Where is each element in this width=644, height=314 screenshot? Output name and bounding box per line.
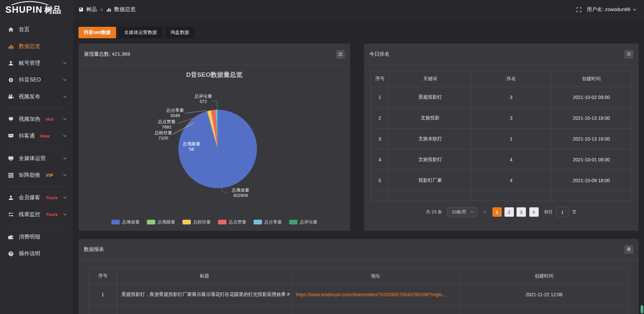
table-view-button[interactable]: 表: [625, 245, 633, 254]
question-icon: [8, 251, 14, 257]
legend-swatch: [289, 220, 298, 224]
sidebar-item-user[interactable]: 账号管理: [0, 55, 73, 71]
sidebar-item-label: 数据总览: [19, 43, 40, 50]
table-cell: 3: [472, 108, 551, 128]
breadcrumb-app[interactable]: 树品: [86, 6, 97, 13]
page-button-3[interactable]: 3: [517, 207, 526, 217]
breadcrumb-page[interactable]: 数据总览: [114, 6, 136, 13]
sidebar-item-home[interactable]: 首页: [0, 21, 73, 38]
chevron-down-icon: [63, 173, 67, 177]
page-button-2[interactable]: 2: [504, 207, 514, 217]
sidebar-item-comment[interactable]: 抖客通New: [0, 128, 73, 144]
next-page-button[interactable]: [529, 207, 539, 217]
table-cell: 文旅投影: [389, 108, 472, 128]
sidebar-item-badge: New: [40, 134, 50, 139]
sidebar-divider: [5, 225, 68, 226]
sidebar-divider: [5, 108, 68, 108]
tab-inquiry-data[interactable]: 询盘数据: [165, 27, 195, 38]
legend-item-4[interactable]: 总分享量: [254, 219, 282, 225]
table-cell: 2: [371, 108, 389, 128]
sidebar-item-label: 视频发布: [19, 93, 40, 100]
table-cell: 4: [472, 170, 551, 191]
prev-page-button[interactable]: [481, 207, 489, 217]
table-row[interactable]: 4文旅投影灯42021-10-01 09:00: [371, 149, 632, 170]
column-header: 序号: [89, 269, 117, 284]
chevron-down-icon: [63, 95, 67, 99]
legend-item-0[interactable]: 总播放量: [111, 219, 140, 225]
user-menu[interactable]: 用户名: zswodun88: [587, 6, 637, 13]
sidebar-item-question[interactable]: 操作说明: [0, 246, 73, 262]
legend-swatch: [218, 220, 226, 224]
total-view-button[interactable]: 总: [336, 50, 345, 59]
table-row[interactable]: 5投影灯厂家42021-10-09 18:00: [371, 170, 632, 191]
table-row[interactable]: 3文旅水纹灯12021-10-13 18:00: [371, 128, 632, 149]
pie-label-line: [213, 101, 217, 110]
report-video-title: 景观投影灯，夜游景观投影灯厂家展示展示落花灯在花园里的灯光投影应用效果 #: [117, 284, 292, 306]
sidebar-item-wallet[interactable]: 消费明细: [0, 229, 73, 245]
sidebar-item-label: 线索监控: [19, 211, 40, 218]
fullscreen-icon[interactable]: [576, 7, 582, 12]
legend-item-1[interactable]: 总视频量: [147, 219, 175, 225]
grid-icon: [8, 172, 14, 178]
table-row[interactable]: 1景观投影灯32021-10-02 09:00: [371, 87, 632, 108]
heat-board-icon: [8, 116, 14, 122]
tab-media-operation-data[interactable]: 全媒体运营数据: [119, 27, 162, 38]
scrollbar-thumb[interactable]: [641, 305, 643, 313]
sidebar-item-label: 账号管理: [19, 60, 40, 67]
report-panel-header: 数据报表 表: [78, 239, 639, 260]
page-button-1[interactable]: 1: [492, 207, 502, 217]
table-cell: 2021-10-13 18:00: [551, 108, 632, 128]
legend-item-2[interactable]: 总粉丝量: [182, 219, 211, 225]
goto-page-input[interactable]: [556, 207, 569, 217]
sidebar-item-video-camera[interactable]: 视频发布: [0, 89, 73, 105]
report-table-header-row: 序号标题地址创建时间: [89, 269, 629, 284]
column-header: 序号: [371, 71, 389, 87]
pie-callout-4: 总分享量3049: [166, 108, 184, 118]
pie-callout-label: 总点赞量: [158, 119, 175, 124]
goto-label: 前往: [544, 209, 553, 215]
pagination: 共 23 条 10条/页 123 前往 页: [371, 207, 632, 217]
table-row[interactable]: 2文旅投影32021-10-13 18:00: [371, 108, 632, 128]
impressions-chart-panel: 展现量总数: 421,369 总 D音SEO数据量总览 总播放量402909总视…: [78, 44, 350, 231]
bar-chart-icon: [8, 44, 14, 49]
tab-douyin-seo-data[interactable]: 抖音seo数据: [78, 27, 116, 38]
sidebar: SHUPIN 树品 首页数据总览账号管理抖音SEO视频发布视频加热Hot抖客通N…: [0, 0, 73, 314]
column-header: 创建时间: [460, 269, 629, 284]
sidebar-item-monitor[interactable]: 全媒体运营: [0, 150, 73, 166]
logo-arc-icon: [10, 1, 50, 5]
sidebar-item-bar-chart[interactable]: 数据总览: [0, 38, 73, 54]
table-cell: 景观投影灯: [389, 87, 472, 108]
page-size-select[interactable]: 10条/页: [447, 207, 478, 217]
report-url-link[interactable]: https://www.iesdouyin.com/share/video/70…: [296, 292, 446, 297]
chevron-down-icon: [63, 196, 67, 200]
pie-chart-svg: [78, 65, 350, 230]
sidebar-item-heat-board[interactable]: 视频加热Hot: [0, 111, 73, 127]
sidebar-item-gear[interactable]: 抖音SEO: [0, 72, 73, 88]
data-tabs: 抖音seo数据全媒体运营数据询盘数据: [78, 27, 195, 38]
sidebar-item-label: 会员爆客: [19, 194, 40, 201]
user-icon: [8, 60, 14, 66]
username-text: 用户名: zswodun88: [587, 6, 630, 13]
pie-callout-value: 572: [195, 99, 212, 104]
sidebar-item-label: 矩阵助推: [19, 172, 40, 179]
breadcrumb: 树品 > 数据总览: [78, 6, 136, 13]
legend-swatch: [182, 220, 191, 224]
sidebar-item-grid[interactable]: 矩阵助推VIP: [0, 167, 73, 183]
sidebar-item-user[interactable]: 会员爆客Tools: [0, 190, 73, 206]
legend-item-3[interactable]: 总点赞量: [218, 219, 246, 225]
sidebar-item-sliders[interactable]: 线索监控Tools: [0, 206, 73, 222]
legend-label: 总播放量: [122, 219, 140, 225]
table-row[interactable]: 1景观投影灯，夜游景观投影灯厂家展示展示落花灯在花园里的灯光投影应用效果 #ht…: [89, 284, 629, 306]
pie-callout-label: 总评论量: [195, 94, 212, 99]
table-cell: 文旅水纹灯: [389, 128, 472, 149]
pie-callout-2: 总粉丝量7100: [155, 130, 172, 141]
legend-label: 总视频量: [158, 219, 175, 225]
legend-item-5[interactable]: 总评论量: [289, 219, 317, 225]
column-header: 地址: [292, 269, 460, 284]
chart-panel-header: 展现量总数: 421,369 总: [78, 44, 350, 65]
day-view-button[interactable]: 日: [625, 50, 633, 59]
pie-callout-value: 402909: [232, 193, 249, 198]
pie-callout-0: 总播放量402909: [232, 188, 249, 198]
wallet-icon: [8, 234, 14, 240]
comment-icon: [8, 133, 14, 139]
